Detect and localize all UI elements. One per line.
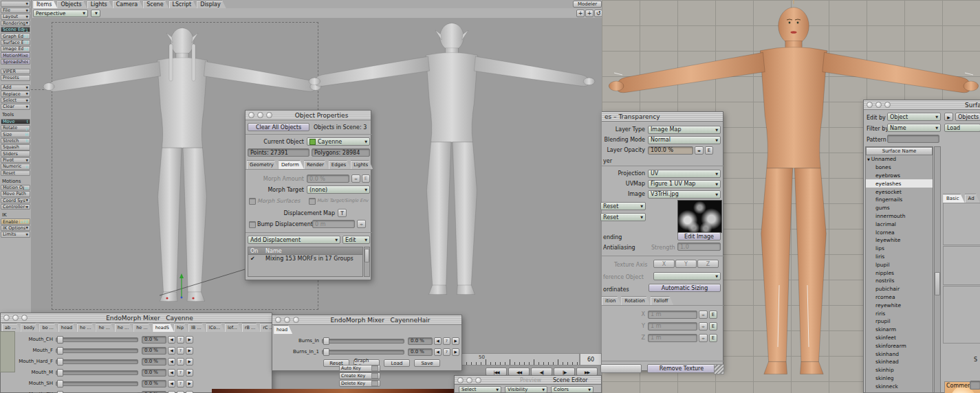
create-key-button[interactable]: ? (177, 347, 184, 355)
load-button[interactable]: Load (944, 124, 980, 132)
sidebar-item[interactable]: Motions (1, 178, 30, 184)
create-key-button[interactable]: ? (177, 391, 184, 393)
envelope-button[interactable]: E (709, 334, 717, 342)
morph-target-dropdown[interactable]: (none) ▼ (307, 186, 370, 194)
morph-group-tab[interactable]: he ... (77, 323, 96, 332)
next-key-button[interactable]: ▶ (452, 337, 459, 345)
surface-row[interactable]: nostrils (866, 277, 933, 285)
sidebar-item[interactable]: Controllers ▼ (1, 204, 30, 210)
slider-handle[interactable] (57, 369, 63, 377)
envelope-button[interactable]: E (705, 146, 713, 155)
morph-group-tab[interactable]: he ... (96, 323, 114, 332)
sidebar-item[interactable]: Replace ▼ (1, 91, 30, 97)
envelope-button[interactable]: E (709, 311, 717, 319)
sidebar-item[interactable]: Sliders (1, 150, 30, 157)
sidebar-item[interactable]: Tools (1, 112, 30, 118)
next-key-button[interactable]: ▶ (186, 380, 193, 388)
displacement-scrollbar[interactable] (364, 247, 370, 277)
sidebar-item[interactable]: Pivot ▼ (1, 157, 30, 164)
surface-row[interactable]: bones (866, 164, 933, 172)
sidebar-item[interactable]: Stretch h (1, 138, 30, 144)
sidebar-item[interactable]: Image Editor F4 (1, 46, 30, 52)
pattern-input[interactable] (887, 135, 939, 143)
window-buttons[interactable] (275, 317, 299, 323)
morph-slider[interactable] (56, 348, 138, 353)
surface-row[interactable]: eyelashes (866, 179, 933, 188)
morph-value-field[interactable]: 0.0 % (142, 358, 166, 366)
automatic-sizing-button[interactable]: Automatic Sizing (649, 284, 721, 292)
sidebar-item[interactable]: Scene Editor F1 (1, 27, 30, 33)
morph-value-field[interactable]: 0.0 % (408, 337, 433, 345)
morph-slider[interactable] (56, 381, 138, 386)
position-tab[interactable]: ition (602, 296, 621, 305)
surface-row[interactable]: lcornea (866, 228, 933, 236)
morph-slider[interactable] (322, 350, 404, 355)
surface-row[interactable]: innermouth (866, 212, 933, 221)
next-key-button[interactable]: ▶ (186, 336, 193, 344)
prev-key-button[interactable]: ◀ (434, 348, 442, 356)
mixer-titlebar[interactable]: EndoMorph Mixer Cayenne (1, 313, 272, 323)
sidebar-item[interactable]: Enable IK +F8 (1, 218, 30, 225)
surface-row[interactable]: riris (866, 309, 933, 317)
sidebar-item[interactable]: Move t (1, 119, 30, 125)
sidebar-item[interactable]: Surface Editor F3 (1, 40, 30, 46)
surface-row[interactable]: eyebrows (866, 172, 933, 180)
mixer-titlebar[interactable]: EndoMorph Mixer CayenneHair (272, 315, 461, 325)
sidebar-item[interactable]: File ▼ (1, 8, 30, 14)
surface-row[interactable]: skinfeet (866, 334, 933, 342)
position-tab[interactable]: Rotation (621, 296, 650, 305)
create-key-button[interactable]: ? (177, 380, 184, 388)
pan-view-icon[interactable]: + (576, 10, 585, 17)
prev-key-button[interactable]: ◀ (168, 391, 175, 393)
surface-list-header[interactable]: Surface Name (866, 147, 933, 155)
surface-row[interactable]: lacrimal (866, 220, 933, 228)
surface-row[interactable]: reyewhite (866, 301, 933, 309)
sidebar-item[interactable]: MotionMixer (1, 52, 30, 58)
morph-group-tab[interactable]: head (274, 325, 292, 334)
morph-group-tab[interactable]: lCo... (206, 323, 225, 332)
sidebar-item[interactable]: Move Path (1, 191, 30, 197)
surface-detail-tab[interactable]: Ad (965, 194, 980, 203)
surface-row[interactable]: pubichair (866, 285, 933, 293)
slider-handle[interactable] (57, 380, 63, 388)
stepper-icon[interactable]: ◂▸ (695, 146, 704, 155)
image-dropdown[interactable]: V3TrHi.jpg ▼ (648, 190, 721, 199)
morph-slider[interactable] (322, 339, 404, 344)
create-key-button[interactable]: ? (443, 337, 450, 345)
menu-tab[interactable]: Display (197, 0, 226, 8)
surface-list-scrollbar[interactable] (934, 146, 941, 393)
window-buttons[interactable] (457, 377, 481, 383)
sidebar-item[interactable]: Presets (1, 75, 30, 81)
edit-by-dropdown[interactable]: Object ▼ (887, 113, 941, 121)
surface-row[interactable]: gums (866, 204, 933, 212)
projection-dropdown[interactable]: UV ▼ (648, 170, 721, 178)
create-key-button[interactable]: ? (177, 369, 184, 377)
viewport-mode-mini-dropdown[interactable]: ▼ (91, 10, 100, 17)
morph-group-tab[interactable]: bo ... (39, 323, 58, 332)
sidebar-item[interactable]: Clear ▼ (1, 104, 30, 110)
bump-displacement-checkbox[interactable] (249, 221, 256, 228)
morph-value-field[interactable]: 0.0 % (142, 347, 166, 355)
next-key-button[interactable]: ▶ (186, 369, 193, 377)
menu-tab[interactable]: LScript (169, 0, 197, 8)
resize-grip[interactable] (714, 364, 724, 374)
prev-key-button[interactable]: ◀ (168, 336, 175, 344)
mixer-button[interactable]: Load (384, 359, 410, 367)
edit-image-button[interactable]: Edit Image (677, 232, 721, 240)
surface-row[interactable]: liris (866, 253, 933, 261)
comment-field[interactable] (970, 381, 980, 390)
surface-row[interactable]: rcornea (866, 293, 933, 302)
slider-handle[interactable] (57, 358, 63, 366)
sidebar-item[interactable]: Coord System ▼ (1, 198, 30, 204)
morph-slider[interactable] (56, 359, 138, 364)
morph-group-tab[interactable]: hip (174, 323, 188, 332)
texture-thumbnail[interactable] (677, 200, 722, 233)
next-key-button[interactable]: ▶ (452, 348, 459, 356)
surface-detail-tab[interactable]: Basic (943, 194, 965, 203)
key-button[interactable]: Create Key (339, 372, 380, 379)
slider-handle[interactable] (57, 391, 63, 393)
scene-editor-dropdown[interactable]: Colors ▼ (551, 386, 594, 393)
surface-row[interactable]: lpupil (866, 260, 933, 269)
sidebar-item[interactable]: Motion Options m (1, 185, 30, 191)
menu-tab[interactable]: Lights (87, 0, 113, 8)
